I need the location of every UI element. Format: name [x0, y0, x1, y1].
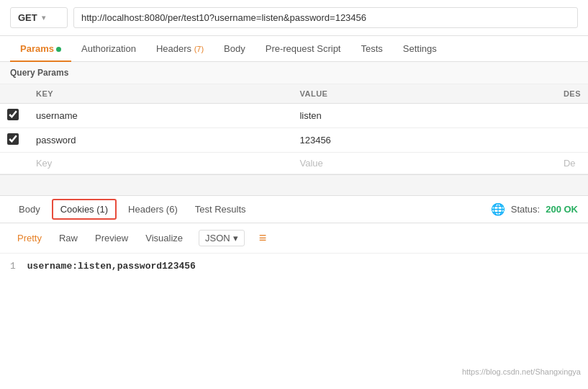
tab-prerequest[interactable]: Pre-request Script	[255, 36, 351, 61]
response-tab-body[interactable]: Body	[10, 198, 49, 220]
response-tab-test-results[interactable]: Test Results	[186, 198, 255, 220]
row1-desc[interactable]	[556, 104, 588, 128]
row1-value[interactable]: listen	[292, 104, 556, 128]
tab-settings[interactable]: Settings	[393, 36, 447, 61]
row1-checkbox[interactable]	[7, 109, 19, 120]
format-tab-visualize[interactable]: Visualize	[138, 230, 190, 246]
format-bar: Pretty Raw Preview Visualize JSON ▾ ≡	[0, 223, 588, 254]
response-content: username:listen,password123456	[27, 261, 196, 272]
method-label: GET	[18, 12, 37, 23]
col-description: DES	[556, 84, 588, 104]
wrap-button[interactable]: ≡	[253, 228, 273, 249]
tab-body[interactable]: Body	[214, 36, 255, 61]
row2-checkbox-cell[interactable]	[0, 128, 29, 153]
json-select[interactable]: JSON ▾	[199, 230, 245, 246]
response-tabs: Body Cookies (1) Headers (6) Test Result…	[0, 196, 588, 223]
tab-authorization[interactable]: Authorization	[71, 36, 146, 61]
watermark: https://blog.csdn.net/Shangxingya	[462, 367, 581, 376]
response-line-1: 1 username:listen,password123456	[10, 261, 578, 272]
col-key: KEY	[29, 84, 293, 104]
tab-headers[interactable]: Headers (7)	[146, 36, 214, 61]
query-params-header: Query Params	[0, 62, 588, 84]
headers-badge: (7)	[194, 45, 204, 53]
params-dot	[56, 47, 61, 52]
response-tab-headers[interactable]: Headers (6)	[119, 198, 186, 220]
globe-icon: 🌐	[491, 202, 505, 216]
empty-desc[interactable]: De	[556, 153, 588, 174]
chevron-down-icon: ▾	[42, 14, 45, 22]
row1-key[interactable]: username	[29, 104, 293, 128]
row2-checkbox[interactable]	[7, 133, 19, 145]
tab-tests[interactable]: Tests	[350, 36, 392, 61]
format-tab-pretty[interactable]: Pretty	[10, 230, 49, 246]
format-tab-preview[interactable]: Preview	[88, 230, 135, 246]
empty-key[interactable]: Key	[29, 153, 293, 174]
response-tab-cookies[interactable]: Cookies (1)	[52, 199, 117, 220]
table-row: username listen	[0, 104, 588, 128]
table-row: password 123456	[0, 128, 588, 153]
method-select[interactable]: GET ▾	[10, 7, 68, 28]
col-value: VALUE	[292, 84, 556, 104]
row1-checkbox-cell[interactable]	[0, 104, 29, 128]
line-number: 1	[10, 261, 16, 272]
status-value: 200 OK	[546, 204, 578, 215]
row2-desc[interactable]	[556, 128, 588, 153]
table-row-empty: Key Value De	[0, 153, 588, 174]
status-area: 🌐 Status: 200 OK	[491, 202, 578, 216]
request-tabs: Params Authorization Headers (7) Body Pr…	[0, 36, 588, 62]
col-checkbox	[0, 84, 29, 104]
url-input[interactable]	[73, 7, 578, 28]
status-label: Status:	[511, 204, 540, 215]
chevron-down-icon: ▾	[233, 233, 238, 243]
section-divider	[0, 174, 588, 196]
empty-checkbox-cell	[0, 153, 29, 174]
row2-key[interactable]: password	[29, 128, 293, 153]
url-bar: GET ▾	[0, 0, 588, 36]
params-table: KEY VALUE DES username listen password 1…	[0, 84, 588, 174]
response-body: 1 username:listen,password123456	[0, 254, 588, 279]
format-tab-raw[interactable]: Raw	[52, 230, 85, 246]
tab-params[interactable]: Params	[10, 36, 71, 61]
row2-value[interactable]: 123456	[292, 128, 556, 153]
empty-value[interactable]: Value	[292, 153, 556, 174]
